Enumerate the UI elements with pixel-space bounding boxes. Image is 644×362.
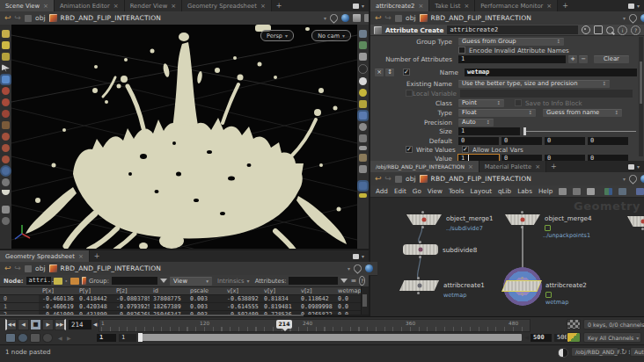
col-header[interactable]: v[y] [260,287,297,294]
recook-icon[interactable]: ↻ [621,348,627,356]
playhead-marker[interactable]: 214 [276,320,292,329]
tab-material-palette[interactable]: Material Palette× [479,161,546,172]
col-header[interactable]: v[x] [223,287,260,294]
cook-mode-toggle[interactable] [558,348,568,358]
pane-maximize-icon[interactable] [628,164,634,170]
snap-point-icon[interactable] [2,156,10,163]
globe-icon[interactable] [2,178,10,186]
type-dropdown[interactable]: Float↕ [458,109,536,117]
playback-start-field[interactable]: 1 [119,334,136,342]
path-dropdown-arrow[interactable]: ▾ [324,15,326,21]
localvar-field[interactable] [460,90,633,98]
cursor-tool-icon[interactable] [2,64,10,72]
col-header[interactable]: pscale [187,287,223,294]
new-tab-button[interactable]: + [546,161,561,172]
default-field-0[interactable]: 0 [458,137,499,145]
highquality-light-icon[interactable] [359,89,367,97]
gear-icon[interactable] [582,25,590,34]
menu-labs[interactable]: Labs [517,187,532,195]
table-vscrollbar[interactable] [361,287,369,315]
keys-status[interactable]: 0 keys, 0/0 channels▴ [583,319,641,329]
attr-name-field[interactable]: wetmap [465,69,637,76]
op-name-field[interactable]: attribcreate2 [447,25,578,34]
breadcrumb-node[interactable]: RBD_AND_FLIP_INTERACTION [61,14,162,22]
bypass-badge[interactable] [545,292,552,298]
default-field-2[interactable]: 0 [545,137,585,145]
translate-handle-icon[interactable] [2,87,10,95]
write-values-checkbox[interactable]: ✓ [406,146,413,153]
preset-icon[interactable] [594,25,603,34]
breadcrumb-context[interactable]: obj [406,14,415,22]
shadow-icon[interactable] [359,100,367,108]
pane-maximize-icon[interactable] [628,4,634,9]
view-mode-dropdown[interactable]: View▾ [170,277,212,286]
path-dropdown-arrow[interactable]: ▾ [623,15,626,21]
pane-menu-arrow[interactable]: ▾ [362,253,364,259]
search-icon[interactable] [606,26,614,34]
menu-qlib[interactable]: qLib [498,187,511,195]
persp-view-button[interactable]: Persp▾ [260,30,294,41]
wrench-icon[interactable] [559,188,567,195]
close-icon[interactable]: × [78,253,84,260]
dopnet-icon[interactable] [30,333,40,343]
tab-performance-monitor[interactable]: Performance Monitor× [475,0,558,11]
tab-take-list[interactable]: Take List× [429,0,475,11]
add-attribute-button[interactable]: + [568,55,577,63]
key-icon[interactable] [567,332,581,343]
snap-grid-icon[interactable] [2,144,10,152]
breadcrumb-context[interactable]: obj [406,175,415,183]
view-mode-icon[interactable] [2,167,10,175]
clear-button[interactable]: Clear [594,55,629,63]
allow-local-vars-checkbox[interactable]: ✓ [462,146,469,153]
col-header[interactable]: wetmap [334,287,362,294]
node-path-field[interactable]: attri... [26,277,51,285]
tab-scene-view[interactable]: Scene View× [0,0,55,11]
measure-icon[interactable] [359,165,367,173]
close-icon[interactable]: × [418,3,423,10]
group-filter-icon[interactable] [160,279,167,283]
range-start-field[interactable]: 1 [97,334,116,342]
node-attribcreate2[interactable] [501,280,542,292]
displayoptions-icon[interactable] [359,112,367,119]
forward-button[interactable]: ↪ [15,14,22,22]
camera-icon[interactable] [359,30,367,38]
tab-network-path[interactable]: /obj/RBD_AND_FLIP_INTERACTION× [370,161,479,172]
pane-menu-arrow[interactable]: ▾ [637,3,640,9]
range-end-field[interactable]: 500 [531,334,552,342]
close-icon[interactable]: × [43,3,48,10]
cook-icon[interactable] [70,278,79,285]
param-scrollbar[interactable] [639,37,643,156]
options-list-icon[interactable]: ≡ [350,277,356,285]
pliers-icon[interactable] [2,206,10,214]
size-slider[interactable] [523,131,636,132]
points-icon[interactable] [359,134,367,142]
reorder-attr-button[interactable]: ↕ [385,69,394,76]
tab-animation-editor[interactable]: Animation Editor× [55,0,125,11]
default-field-3[interactable]: 0 [588,137,628,145]
eye-icon[interactable] [2,217,10,225]
snapshot-icon[interactable] [353,14,361,22]
lock-camera-icon[interactable] [359,53,367,61]
forward-button[interactable]: ↪ [385,175,392,183]
viewportlayout-icon[interactable] [359,182,367,190]
headlight-icon[interactable] [359,77,367,85]
tab-geometry-spreadsheet[interactable]: Geometry Spreadsheet× [182,0,272,11]
camera-select-button[interactable]: No cam▾ [311,30,351,41]
attributes-filter-icon[interactable] [340,279,348,283]
encode-checkbox[interactable] [458,47,465,54]
col-header[interactable]: P[x] [39,287,76,294]
substep-forward-icon[interactable]: ▶ [67,335,71,341]
bypass-badge[interactable] [545,225,551,231]
breadcrumb-node[interactable]: RBD_AND_FLIP_INTERACTION [61,264,162,272]
close-icon[interactable]: × [464,3,469,10]
breadcrumb-context[interactable]: obj [35,14,45,22]
existing-name-dropdown[interactable]: Use the better type, size and precision↕ [458,80,610,88]
back-button[interactable]: ↩ [4,14,11,22]
localvar-checkbox[interactable] [406,90,413,97]
keyframe-options-icon[interactable] [567,319,581,329]
close-icon[interactable]: × [546,3,552,10]
tab-attribcreate2[interactable]: attribcreate2× [370,0,429,11]
forward-button[interactable]: ↪ [385,14,392,22]
intrinsics-toggle[interactable]: Intrinsics [217,278,245,285]
back-button[interactable]: ↩ [375,175,382,183]
